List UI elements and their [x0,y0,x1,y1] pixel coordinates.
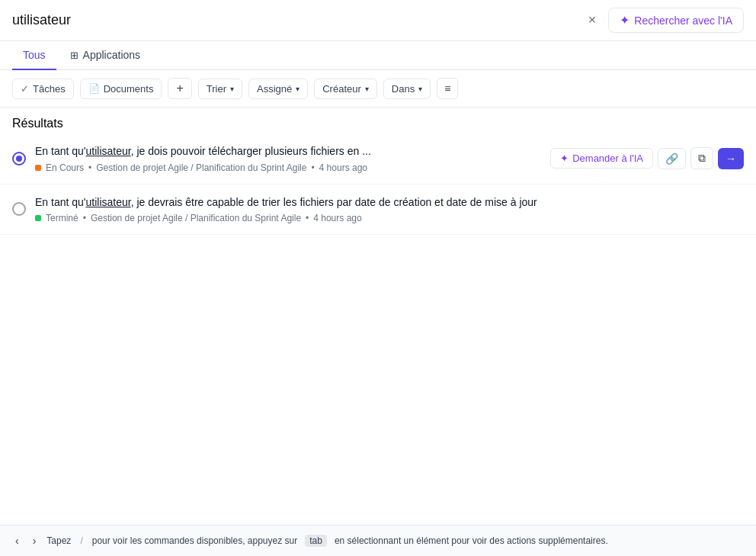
open-new-tab-button[interactable]: ⧉ [690,147,713,169]
filter-taches-button[interactable]: ✓ Tâches [12,79,74,99]
time-1: 4 hours ago [319,162,367,173]
nav-prev-button[interactable]: ‹ [12,533,22,548]
filter-createur-button[interactable]: Créateur ▾ [314,79,377,99]
result-meta-2: Terminé • Gestion de projet Agile / Plan… [35,213,744,223]
title-after-1: , je dois pouvoir télécharger plusieurs … [131,145,371,157]
ask-ai-sparkle-icon: ✦ [560,153,569,164]
tab-applications-label: Applications [83,49,141,61]
chevron-down-icon: ▾ [418,85,422,93]
status-label-1: En Cours [46,162,84,173]
ai-sparkle-icon: ✦ [620,13,629,27]
result-title-1: En tant qu'utilisateur, je dois pouvoir … [35,144,541,159]
add-filter-button[interactable]: + [168,78,191,99]
filter-documents-button[interactable]: 📄 Documents [80,79,162,99]
result-meta-1: En Cours • Gestion de projet Agile / Pla… [35,162,541,173]
filter-assigne-button[interactable]: Assigné ▾ [248,79,308,99]
filter-trier-label: Trier [207,83,226,95]
sort-icon-button[interactable]: ≡ [437,78,458,99]
meta-separator-3: • [83,213,86,223]
status-dot-green [35,215,41,221]
result-title-2: En tant qu'utilisateur, je devrais être … [35,195,744,211]
chevron-down-icon: ▾ [230,85,234,93]
meta-separator-2: • [311,162,314,173]
status-label-2: Terminé [46,213,78,223]
result-content-2: En tant qu'utilisateur, je devrais être … [35,195,744,224]
status-slash: / [80,535,82,546]
title-highlight-2: utilisateur [86,196,131,208]
filter-createur-label: Créateur [322,83,361,95]
title-before-2: En tant qu' [35,196,86,208]
tabs-bar: Tous ⊞ Applications [0,41,756,70]
project-path-1: Gestion de projet Agile / Planification … [96,162,306,173]
filter-dans-button[interactable]: Dans ▾ [383,79,431,99]
results-label: Résultats [12,117,63,130]
result-radio-1[interactable] [12,152,26,166]
ask-ai-label: Demander à l'IA [572,153,643,164]
result-content-1: En tant qu'utilisateur, je dois pouvoir … [35,144,541,173]
title-before-1: En tant qu' [35,145,86,157]
arrow-right-icon: → [726,153,736,165]
ask-ai-button[interactable]: ✦ Demander à l'IA [550,148,653,169]
filter-trier-button[interactable]: Trier ▾ [198,79,242,99]
ai-search-label: Rechercher avec l'IA [634,14,732,27]
status-hint-type: Tapez [46,535,71,546]
result-item-1: En tant qu'utilisateur, je dois pouvoir … [0,133,756,185]
result-radio-2[interactable] [12,202,26,216]
close-icon: × [588,12,597,27]
title-after-2: , je devrais être capable de trier les f… [131,196,537,208]
external-link-icon: ⧉ [698,152,706,165]
close-button[interactable]: × [585,9,600,31]
status-hint-after: en sélectionnant un élément pour voir de… [335,535,608,546]
chevron-down-icon: ▾ [365,85,369,93]
navigate-button[interactable]: → [718,148,744,169]
tab-tous[interactable]: Tous [12,41,56,70]
filters-bar: ✓ Tâches 📄 Documents + Trier ▾ Assigné ▾… [0,70,756,108]
filter-documents-label: Documents [104,83,154,95]
status-hint-middle: pour voir les commandes disponibles, app… [92,535,297,546]
status-dot-orange [35,165,41,171]
ai-search-button[interactable]: ✦ Rechercher avec l'IA [608,8,744,33]
filter-assigne-label: Assigné [257,83,292,95]
status-bar: ‹ › Tapez / pour voir les commandes disp… [0,525,756,556]
link-button[interactable]: 🔗 [658,148,686,169]
filter-taches-label: Tâches [33,83,66,95]
tab-tous-label: Tous [23,49,46,61]
tab-key-badge: tab [305,535,327,547]
result-actions-1: ✦ Demander à l'IA 🔗 ⧉ → [550,147,744,169]
filter-dans-label: Dans [392,83,415,95]
project-path-2: Gestion de projet Agile / Planification … [91,213,301,223]
link-icon: 🔗 [665,153,678,165]
results-section: Résultats [0,108,756,133]
title-highlight-1: utilisateur [86,145,131,157]
plus-icon: + [176,82,183,95]
search-input[interactable]: utilisateur [12,12,576,28]
document-icon: 📄 [88,83,100,94]
time-2: 4 hours ago [313,213,361,223]
check-icon: ✓ [21,83,29,95]
tab-applications[interactable]: ⊞ Applications [59,41,152,70]
chevron-down-icon: ▾ [296,85,300,93]
result-item-2: En tant qu'utilisateur, je devrais être … [0,185,756,236]
sort-lines-icon: ≡ [444,82,450,95]
meta-separator-4: • [306,213,309,223]
search-bar: utilisateur × ✦ Rechercher avec l'IA [0,0,756,41]
nav-next-button[interactable]: › [30,533,40,548]
meta-separator-1: • [88,162,91,173]
applications-grid-icon: ⊞ [70,50,78,61]
